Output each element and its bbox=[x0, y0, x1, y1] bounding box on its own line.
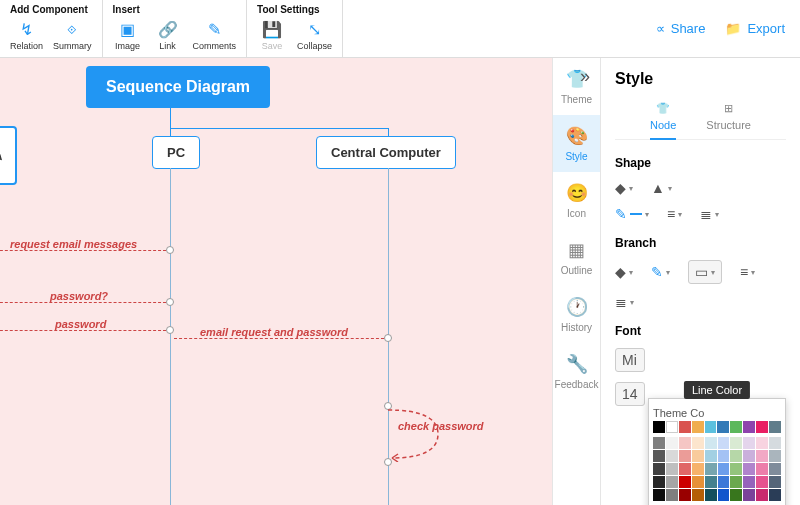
sidebar-icon[interactable]: 😊Icon bbox=[553, 172, 600, 229]
color-swatch[interactable] bbox=[718, 476, 730, 488]
border-width-tool[interactable]: ≣▾ bbox=[700, 206, 719, 222]
color-swatch[interactable] bbox=[743, 421, 755, 433]
node-pc[interactable]: PC bbox=[152, 136, 200, 169]
color-swatch[interactable] bbox=[743, 489, 755, 501]
sidebar-label: Outline bbox=[561, 265, 593, 276]
sidebar-feedback[interactable]: 🔧Feedback bbox=[553, 343, 600, 400]
link-button[interactable]: 🔗Link bbox=[149, 17, 187, 53]
image-button[interactable]: ▣Image bbox=[109, 17, 147, 53]
color-swatch[interactable] bbox=[705, 437, 717, 449]
color-swatch[interactable] bbox=[769, 450, 781, 462]
color-swatch[interactable] bbox=[705, 450, 717, 462]
color-swatch[interactable] bbox=[769, 489, 781, 501]
border-color-tool[interactable]: ✎▾ bbox=[615, 206, 649, 222]
link-icon: 🔗 bbox=[158, 19, 178, 39]
save-button[interactable]: 💾Save bbox=[253, 17, 291, 53]
color-swatch[interactable] bbox=[730, 437, 742, 449]
color-swatch[interactable] bbox=[756, 450, 768, 462]
branch-align-tool[interactable]: ≡▾ bbox=[740, 260, 755, 284]
color-swatch[interactable] bbox=[705, 463, 717, 475]
color-swatch[interactable] bbox=[756, 421, 768, 433]
color-swatch[interactable] bbox=[692, 437, 704, 449]
node-cc[interactable]: Central Computer bbox=[316, 136, 456, 169]
color-swatch[interactable] bbox=[705, 421, 717, 433]
branch-line-tool[interactable]: ✎▾ bbox=[651, 260, 670, 284]
fill-color-tool[interactable]: ◆▾ bbox=[615, 180, 633, 196]
comments-button[interactable]: ✎Comments bbox=[189, 17, 241, 53]
tab-node[interactable]: 👕 Node bbox=[650, 102, 676, 140]
export-button[interactable]: 📁Export bbox=[725, 21, 785, 36]
color-swatch[interactable] bbox=[718, 437, 730, 449]
color-swatch[interactable] bbox=[705, 489, 717, 501]
tab-structure[interactable]: ⊞ Structure bbox=[706, 102, 751, 131]
relation-button[interactable]: ↯Relation bbox=[6, 17, 47, 53]
color-swatch[interactable] bbox=[666, 450, 678, 462]
color-swatch[interactable] bbox=[769, 463, 781, 475]
border-style-tool[interactable]: ≡▾ bbox=[667, 206, 682, 222]
color-swatch[interactable] bbox=[756, 476, 768, 488]
color-swatch[interactable] bbox=[743, 476, 755, 488]
color-swatch[interactable] bbox=[679, 489, 691, 501]
color-swatch[interactable] bbox=[756, 489, 768, 501]
color-swatch[interactable] bbox=[679, 476, 691, 488]
color-swatch[interactable] bbox=[666, 437, 678, 449]
expand-panel-icon[interactable]: » bbox=[580, 66, 590, 87]
line-color-tool[interactable]: ▭▾ bbox=[688, 260, 722, 284]
color-swatch[interactable] bbox=[730, 476, 742, 488]
color-swatch[interactable] bbox=[730, 489, 742, 501]
collapse-button[interactable]: ⤡Collapse bbox=[293, 17, 336, 53]
color-swatch[interactable] bbox=[692, 489, 704, 501]
color-swatch[interactable] bbox=[743, 437, 755, 449]
font-size-select[interactable]: 14 bbox=[615, 382, 645, 406]
color-swatch[interactable] bbox=[730, 450, 742, 462]
color-swatch[interactable] bbox=[692, 421, 704, 433]
shape-tool[interactable]: ▲▾ bbox=[651, 180, 672, 196]
color-swatch[interactable] bbox=[730, 463, 742, 475]
color-swatch[interactable] bbox=[756, 437, 768, 449]
color-swatch[interactable] bbox=[653, 476, 665, 488]
color-swatch[interactable] bbox=[718, 463, 730, 475]
color-swatch[interactable] bbox=[743, 450, 755, 462]
color-swatch[interactable] bbox=[679, 450, 691, 462]
anchor-dot[interactable] bbox=[166, 326, 174, 334]
font-family-select[interactable]: Mi bbox=[615, 348, 645, 372]
color-swatch[interactable] bbox=[692, 476, 704, 488]
color-swatch[interactable] bbox=[679, 421, 691, 433]
diagram-title[interactable]: Sequence Diagram bbox=[86, 66, 270, 108]
color-swatch[interactable] bbox=[653, 421, 665, 433]
color-swatch[interactable] bbox=[769, 437, 781, 449]
color-swatch[interactable] bbox=[666, 421, 678, 433]
color-swatch[interactable] bbox=[692, 450, 704, 462]
color-swatch[interactable] bbox=[666, 476, 678, 488]
branch-fill-tool[interactable]: ◆▾ bbox=[615, 260, 633, 284]
color-swatch[interactable] bbox=[653, 489, 665, 501]
color-swatch[interactable] bbox=[730, 421, 742, 433]
color-swatch[interactable] bbox=[666, 463, 678, 475]
node-edge[interactable]: ✎ bbox=[0, 126, 17, 185]
sidebar-outline[interactable]: ▦Outline bbox=[553, 229, 600, 286]
anchor-dot[interactable] bbox=[166, 246, 174, 254]
sidebar-theme[interactable]: 👕Theme bbox=[553, 58, 600, 115]
color-swatch[interactable] bbox=[653, 437, 665, 449]
share-button[interactable]: ∝Share bbox=[656, 21, 706, 36]
anchor-dot[interactable] bbox=[384, 334, 392, 342]
summary-button[interactable]: ⟐Summary bbox=[49, 17, 96, 53]
color-swatch[interactable] bbox=[666, 489, 678, 501]
color-swatch[interactable] bbox=[718, 489, 730, 501]
color-swatch[interactable] bbox=[653, 463, 665, 475]
color-swatch[interactable] bbox=[705, 476, 717, 488]
color-swatch[interactable] bbox=[653, 450, 665, 462]
color-swatch[interactable] bbox=[679, 437, 691, 449]
color-swatch[interactable] bbox=[756, 463, 768, 475]
color-swatch[interactable] bbox=[717, 421, 729, 433]
color-swatch[interactable] bbox=[743, 463, 755, 475]
branch-style-tool[interactable]: ≣▾ bbox=[615, 294, 634, 310]
color-swatch[interactable] bbox=[769, 421, 781, 433]
anchor-dot[interactable] bbox=[166, 298, 174, 306]
color-swatch[interactable] bbox=[718, 450, 730, 462]
color-swatch[interactable] bbox=[679, 463, 691, 475]
color-swatch[interactable] bbox=[769, 476, 781, 488]
sidebar-history[interactable]: 🕐History bbox=[553, 286, 600, 343]
sidebar-style[interactable]: 🎨Style bbox=[553, 115, 600, 172]
color-swatch[interactable] bbox=[692, 463, 704, 475]
